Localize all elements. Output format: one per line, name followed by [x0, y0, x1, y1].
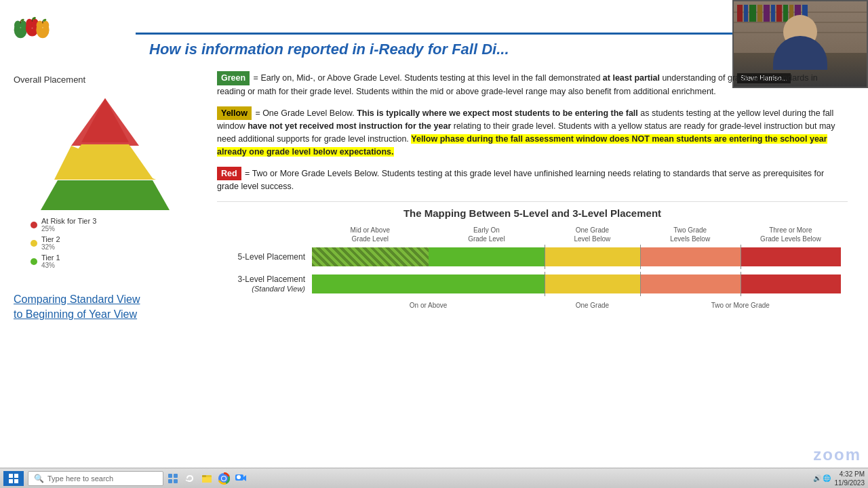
- seg-red-light: [640, 247, 741, 266]
- right-panel: Green = Early on, Mid-, or Above Grade L…: [210, 68, 868, 468]
- legend-item-tier3: At Risk for Tier 3 25%: [31, 217, 180, 232]
- taskbar-search-placeholder: Type here to search: [47, 474, 113, 483]
- seg-yellow: [545, 247, 639, 266]
- seg-green-solid: [429, 247, 545, 266]
- mapping-column-headers: Mid or AboveGrade Level Early OnGrade Le…: [312, 226, 841, 243]
- legend: At Risk for Tier 3 25% Tier 2 32% Tier 1: [31, 217, 180, 272]
- col-header-0: Mid or AboveGrade Level: [312, 226, 429, 243]
- system-tray: 🔊 🌐: [813, 474, 831, 482]
- taskbar-right: 🔊 🌐 4:32 PM 11/9/2023: [813, 470, 865, 487]
- svg-rect-26: [174, 479, 178, 483]
- divider-3l-3: [741, 272, 741, 296]
- three-level-label: 3-Level Placement(Standard View): [224, 274, 312, 293]
- apple-logo-svg: [14, 10, 51, 47]
- red-description: Red = Two or More Grade Levels Below. St…: [217, 167, 848, 194]
- seg-green-hatch: [312, 247, 429, 266]
- divider-1: [545, 245, 545, 269]
- five-level-row: 5-Level Placement: [224, 247, 841, 266]
- yellow-description: Yellow = One Grade Level Below. This is …: [217, 106, 848, 159]
- overall-placement-label: Overall Placement: [14, 75, 85, 85]
- legend-pct-tier2: 32%: [41, 243, 60, 251]
- mapping-chart: Mid or AboveGrade Level Early OnGrade Le…: [217, 226, 848, 309]
- bottom-label-2: Two or More Grade: [640, 302, 841, 309]
- seg-red-dark: [741, 247, 841, 266]
- clock-date: 11/9/2023: [835, 479, 865, 487]
- win-cell-1: [9, 474, 13, 478]
- clock-time: 4:32 PM: [835, 470, 865, 479]
- windows-logo: [9, 474, 18, 483]
- three-level-row: 3-Level Placement(Standard View): [224, 274, 841, 293]
- taskbar-search-box[interactable]: 🔍 Type here to search: [28, 471, 163, 486]
- logo: [7, 3, 136, 54]
- three-level-bar: [312, 274, 841, 293]
- compare-link-text: Comparing Standard Viewto Beginning of Y…: [14, 293, 140, 320]
- zoom-icon: [235, 472, 247, 485]
- legend-label-tier1: Tier 1: [41, 253, 60, 262]
- tray-icons: 🔊 🌐: [813, 474, 831, 482]
- five-level-bar: [312, 247, 841, 266]
- zoom-watermark: zoom: [813, 445, 861, 464]
- edge-icon: [184, 472, 196, 485]
- legend-dot-tier3: [31, 222, 37, 228]
- multitasking-icon: [167, 473, 178, 484]
- svg-marker-20: [81, 98, 129, 142]
- col-header-4: Three or MoreGrade Levels Below: [741, 226, 841, 243]
- top-decorative-line: [136, 33, 814, 35]
- mapping-title: The Mapping Between 5-Level and 3-Level …: [217, 207, 848, 219]
- svg-point-17: [42, 27, 43, 28]
- col-header-2: One GradeLevel Below: [545, 226, 639, 243]
- yellow-highlight: Yellow phase during the fall assessment …: [217, 134, 827, 157]
- legend-dot-tier1: [31, 258, 37, 265]
- slide-title: How is information reported in i-Ready f…: [149, 41, 732, 58]
- seg-3l-red-light: [640, 274, 741, 293]
- left-panel: Overall Placement: [0, 68, 210, 468]
- col-header-3: Two GradeLevels Below: [640, 226, 741, 243]
- divider-3: [741, 245, 741, 269]
- win-cell-4: [14, 479, 18, 483]
- five-level-segments: [312, 247, 841, 266]
- svg-point-36: [237, 475, 241, 479]
- col-header-1: Early OnGrade Level: [429, 226, 545, 243]
- svg-point-16: [31, 27, 33, 28]
- svg-marker-35: [243, 475, 246, 481]
- svg-marker-22: [41, 180, 170, 210]
- svg-rect-30: [202, 477, 212, 483]
- pyramid-chart: [31, 92, 180, 214]
- logo-area: [7, 3, 136, 71]
- legend-item-tier2: Tier 2 32%: [31, 235, 180, 251]
- legend-label-tier2: Tier 2: [41, 235, 60, 243]
- legend-dot-tier2: [31, 240, 37, 247]
- taskbar: 🔍 Type here to search: [0, 468, 868, 488]
- legend-pct-tier1: 43%: [41, 262, 60, 269]
- legend-pct-tier3: 25%: [41, 225, 96, 232]
- legend-item-tier1: Tier 1 43%: [31, 253, 180, 269]
- svg-rect-29: [202, 475, 206, 477]
- windows-start-button[interactable]: [3, 471, 24, 486]
- taskbar-icon-chrome[interactable]: [216, 471, 231, 486]
- compare-link[interactable]: Comparing Standard Viewto Beginning of Y…: [14, 292, 140, 323]
- bottom-label-0: On or Above: [312, 302, 545, 309]
- win-cell-3: [9, 479, 13, 483]
- seg-3l-yellow: [545, 274, 639, 293]
- taskbar-icon-zoom[interactable]: [233, 471, 248, 486]
- chrome-icon: [218, 472, 230, 485]
- taskbar-clock: 4:32 PM 11/9/2023: [835, 470, 865, 487]
- explorer-icon: [201, 472, 213, 485]
- three-level-segments: [312, 274, 841, 293]
- svg-rect-24: [174, 474, 178, 478]
- search-icon: 🔍: [34, 474, 44, 483]
- yellow-badge: Yellow: [217, 106, 252, 121]
- divider-3l-1: [545, 272, 545, 296]
- divider-2: [640, 245, 641, 269]
- taskbar-icon-explorer[interactable]: [199, 471, 214, 486]
- taskbar-icon-edge[interactable]: [182, 471, 197, 486]
- bottom-label-1: One Grade: [545, 302, 639, 309]
- five-level-label: 5-Level Placement: [224, 252, 312, 262]
- divider-3l-2: [640, 272, 641, 296]
- svg-point-15: [20, 27, 21, 28]
- content-area: Overall Placement: [0, 68, 868, 468]
- taskbar-icon-multitasking[interactable]: [165, 471, 180, 486]
- legend-label-tier3: At Risk for Tier 3: [41, 217, 96, 225]
- green-badge: Green: [217, 71, 250, 85]
- seg-3l-green: [312, 274, 545, 293]
